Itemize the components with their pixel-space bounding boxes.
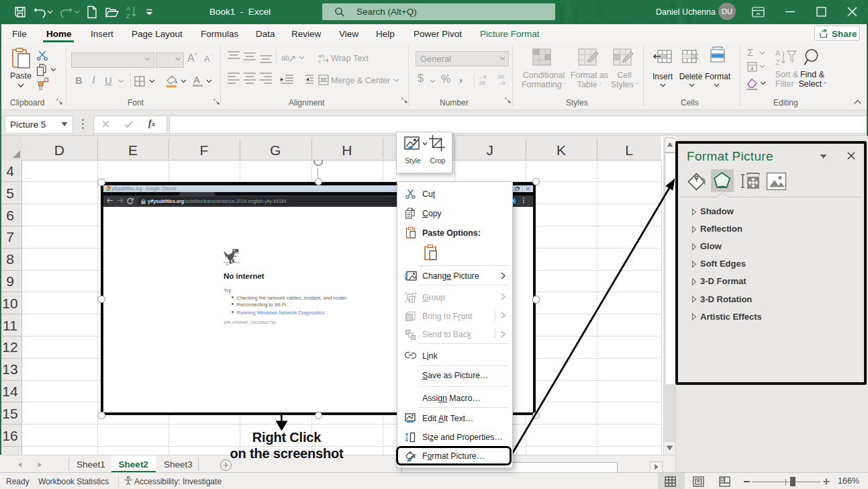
- svg-text:Z: Z: [126, 13, 130, 19]
- svg-text:ab: ab: [281, 54, 289, 62]
- svg-text:A: A: [126, 5, 130, 12]
- svg-text:A: A: [775, 49, 781, 57]
- svg-text:c: c: [318, 58, 321, 64]
- svg-text:Z: Z: [775, 58, 780, 66]
